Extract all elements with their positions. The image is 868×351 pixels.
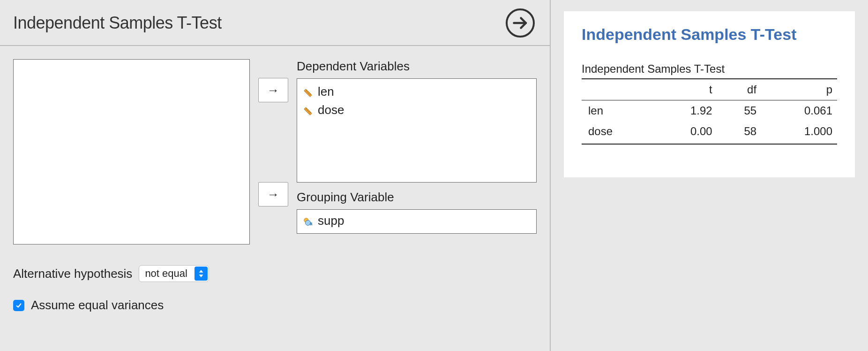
- row-t: 0.00: [654, 121, 717, 144]
- panel-title: Independent Samples T-Test: [13, 13, 222, 33]
- row-var: len: [582, 100, 654, 122]
- variable-item[interactable]: dose: [302, 101, 531, 119]
- chevron-updown-icon: [195, 267, 208, 281]
- svg-marker-15: [199, 275, 203, 277]
- row-p: 1.000: [761, 121, 837, 144]
- svg-rect-1: [304, 89, 312, 97]
- results-panel: Independent Samples T-Test Independent S…: [551, 0, 868, 351]
- col-header: df: [717, 79, 761, 100]
- row-p: 0.061: [761, 100, 837, 122]
- ruler-icon: [303, 87, 313, 97]
- source-variables-list[interactable]: [13, 59, 250, 244]
- alt-hyp-value: not equal: [145, 267, 187, 280]
- assume-eq-var-checkbox[interactable]: [13, 300, 24, 311]
- results-card: Independent Samples T-Test Independent S…: [564, 11, 855, 177]
- results-table-title: Independent Samples T-Test: [582, 62, 837, 76]
- panel-header: Independent Samples T-Test: [0, 0, 550, 46]
- table-row: len 1.92 55 0.061: [582, 100, 837, 122]
- dependent-variables-label: Dependent Variables: [297, 59, 537, 74]
- check-icon: [15, 302, 22, 309]
- assign-grouping-button[interactable]: →: [258, 182, 288, 206]
- svg-text:a: a: [310, 221, 313, 226]
- alt-hyp-select[interactable]: not equal: [139, 265, 209, 282]
- assume-eq-var-label: Assume equal variances: [31, 298, 164, 313]
- variable-name: dose: [318, 103, 344, 117]
- variable-name: len: [318, 84, 334, 99]
- table-row: dose 0.00 58 1.000: [582, 121, 837, 144]
- variable-name: supp: [318, 214, 344, 228]
- nominal-text-icon: a: [303, 216, 313, 226]
- variable-item[interactable]: a supp: [302, 214, 531, 228]
- svg-rect-6: [304, 107, 312, 115]
- row-var: dose: [582, 121, 654, 144]
- col-header: t: [654, 79, 717, 100]
- grouping-variable-box[interactable]: a supp: [297, 209, 537, 234]
- svg-marker-14: [199, 270, 203, 273]
- row-df: 58: [717, 121, 761, 144]
- grouping-variable-label: Grouping Variable: [297, 190, 537, 205]
- assign-buttons-column: → →: [258, 59, 288, 206]
- alt-hyp-label: Alternative hypothesis: [13, 267, 132, 281]
- variable-item[interactable]: len: [302, 83, 531, 101]
- arrow-right-icon: [512, 15, 529, 31]
- row-t: 1.92: [654, 100, 717, 122]
- col-header: p: [761, 79, 837, 100]
- results-title: Independent Samples T-Test: [582, 25, 837, 44]
- col-header: [582, 79, 654, 100]
- table-header-row: t df p: [582, 79, 837, 100]
- results-table: t df p len 1.92 55 0.061 dose 0.00: [582, 78, 837, 145]
- run-button[interactable]: [506, 8, 535, 38]
- dependent-variables-box[interactable]: len dose: [297, 78, 537, 183]
- row-df: 55: [717, 100, 761, 122]
- ruler-icon: [303, 105, 313, 115]
- assign-dependent-button[interactable]: →: [258, 78, 288, 102]
- options-panel: Independent Samples T-Test → → Dependent…: [0, 0, 551, 351]
